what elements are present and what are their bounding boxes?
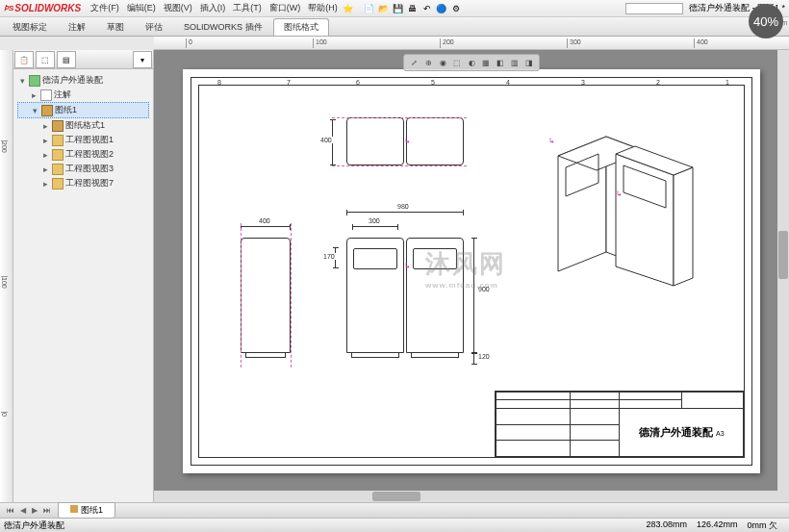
- sheet-tabs-bar: ⏮ ◀ ▶ ⏭ 图纸1: [0, 502, 789, 518]
- ruler-tick: 0: [186, 38, 192, 48]
- svg-marker-4: [616, 154, 674, 286]
- tree-format[interactable]: 图纸格式1: [65, 119, 105, 132]
- perspective-icon[interactable]: ◧: [494, 56, 507, 69]
- tab-sketch[interactable]: 草图: [96, 18, 135, 36]
- menu-tools[interactable]: 工具(T): [229, 2, 266, 14]
- status-coord-x: 283.08mm: [646, 519, 687, 532]
- side-view: [241, 238, 291, 353]
- vertical-ruler: 0 100 200: [0, 50, 13, 502]
- horizontal-scrollbar[interactable]: [154, 491, 777, 502]
- options-icon[interactable]: ⚙: [449, 2, 463, 15]
- tree-view3[interactable]: 工程图视图3: [65, 163, 114, 175]
- tree-sheet[interactable]: 图纸1: [55, 104, 77, 116]
- next-sheet-icon[interactable]: ▶: [29, 506, 40, 515]
- dropdown-icon[interactable]: ⭐: [342, 2, 355, 15]
- quick-access-toolbar: 📄 📂 💾 🖶 ↶ 🔵 ⚙: [363, 2, 463, 15]
- vertical-scrollbar[interactable]: [777, 50, 789, 502]
- property-tab[interactable]: ⬚: [36, 51, 55, 68]
- rebuild-icon[interactable]: 🔵: [435, 2, 448, 15]
- top-view-left: [346, 117, 404, 165]
- solidworks-logo: ϷSSOLIDWORKS: [4, 3, 81, 13]
- zone-label: 4: [506, 79, 510, 86]
- origin-marker: ↳: [404, 262, 411, 270]
- menu-view[interactable]: 视图(V): [160, 2, 196, 14]
- sheet-nav-arrows: ⏮ ◀ ▶ ⏭: [4, 506, 54, 515]
- ruler-tick: 400: [694, 38, 708, 48]
- zoom-fit-icon[interactable]: ⤢: [407, 56, 420, 69]
- zone-label: 7: [287, 79, 291, 86]
- status-coord-z: 0mm 欠: [748, 519, 778, 532]
- projection-line: [332, 165, 467, 166]
- scene-icon[interactable]: ▥: [508, 56, 522, 69]
- tree-view7[interactable]: 工程图视图7: [65, 177, 114, 190]
- first-sheet-icon[interactable]: ⏮: [4, 506, 17, 515]
- new-icon[interactable]: 📄: [363, 2, 376, 15]
- tab-evaluate[interactable]: 评估: [135, 18, 173, 36]
- tree-view2[interactable]: 工程图视图2: [65, 148, 114, 161]
- feature-tree-tab[interactable]: 📋: [14, 51, 34, 68]
- origin-marker: ↳: [404, 137, 411, 145]
- open-icon[interactable]: 📂: [377, 2, 391, 15]
- projection-line: [241, 223, 242, 367]
- top-view-right: [406, 117, 464, 165]
- tree-view1[interactable]: 工程图视图1: [65, 134, 114, 146]
- view-toolbar: ⤢ ⊕ ◉ ⬚ ◐ ▦ ◧ ▥ ◨: [403, 54, 540, 71]
- display-icon[interactable]: ◐: [465, 56, 478, 69]
- dim-170: 170: [335, 247, 336, 268]
- ruler-tick: 100: [313, 38, 327, 48]
- dim-400-side: 400: [241, 226, 291, 227]
- print-icon[interactable]: 🖶: [406, 2, 420, 15]
- hide-show-icon[interactable]: ▦: [479, 56, 493, 69]
- zoom-area-icon[interactable]: ⊕: [421, 56, 435, 69]
- feature-panel-tabs: 📋 ⬚ ▤ ▾: [13, 50, 153, 69]
- undo-icon[interactable]: ↶: [420, 2, 434, 15]
- dim-300: 300: [352, 226, 398, 227]
- isometric-view: [529, 108, 722, 291]
- ruler-tick: 200: [1, 140, 8, 153]
- save-icon[interactable]: 💾: [392, 2, 405, 15]
- zone-label: 8: [217, 79, 221, 86]
- feature-tree[interactable]: ▾德清户外通装配 ▸注解 ▾图纸1 ▸图纸格式1 ▸工程图视图1 ▸工程图视图2…: [13, 69, 153, 194]
- ruler-tick: 200: [440, 38, 454, 48]
- config-tab[interactable]: ▤: [57, 51, 76, 68]
- progress-badge: 40%: [749, 4, 783, 38]
- dim-400-top: 400: [332, 119, 333, 165]
- tab-sheetformat[interactable]: 图纸格式: [273, 18, 329, 36]
- menu-file[interactable]: 文件(F): [87, 2, 123, 14]
- section-icon[interactable]: ⬚: [450, 56, 464, 69]
- projection-line: [332, 117, 467, 118]
- tab-annotation[interactable]: 注解: [58, 18, 96, 36]
- search-input[interactable]: [625, 3, 683, 14]
- status-coord-y: 126.42mm: [697, 519, 738, 532]
- zone-label: 3: [581, 79, 585, 86]
- menu-window[interactable]: 窗口(W): [266, 2, 305, 14]
- menu-bar: ϷSSOLIDWORKS 文件(F) 编辑(E) 视图(V) 插入(I) 工具(…: [0, 0, 789, 17]
- tab-addins[interactable]: SOLIDWORKS 插件: [173, 18, 273, 36]
- status-doc-name: 德清户外通装配: [4, 519, 64, 532]
- menu-help[interactable]: 帮助(H): [304, 2, 342, 14]
- view-setting-icon[interactable]: ◨: [522, 56, 536, 69]
- tree-annotation[interactable]: 注解: [54, 89, 71, 101]
- ruler-tick: 0: [1, 412, 8, 417]
- projection-line: [291, 223, 292, 367]
- origin-marker: ↳: [616, 190, 623, 198]
- sheet-tab[interactable]: 图纸1: [58, 502, 115, 519]
- last-sheet-icon[interactable]: ⏭: [40, 506, 54, 515]
- ruler-tick: 100: [1, 276, 8, 289]
- drawing-title: 德清户外通装配: [639, 426, 713, 438]
- drawing-canvas[interactable]: ⤢ ⊕ ◉ ⬚ ◐ ▦ ◧ ▥ ◨ 8 7 6 5 4 3 2 1 400: [154, 50, 789, 502]
- horizontal-ruler: 0 100 200 300 400: [154, 37, 789, 50]
- tab-viewlayout[interactable]: 视图标定: [2, 18, 58, 36]
- status-bar: 德清户外通装配 283.08mm 126.42mm 0mm 欠: [0, 518, 789, 532]
- menu-insert[interactable]: 插入(I): [196, 2, 230, 14]
- tree-root[interactable]: 德清户外通装配: [42, 74, 103, 87]
- prev-view-icon[interactable]: ◉: [436, 56, 449, 69]
- zone-label: 2: [656, 79, 660, 86]
- command-ribbon: 视图标定 注解 草图 评估 SOLIDWORKS 插件 图纸格式: [0, 17, 789, 37]
- dim-120: 120: [473, 353, 474, 365]
- ruler-tick: 300: [567, 38, 581, 48]
- prev-sheet-icon[interactable]: ◀: [17, 506, 29, 515]
- menu-edit[interactable]: 编辑(E): [123, 2, 160, 14]
- panel-dropdown[interactable]: ▾: [133, 51, 152, 68]
- drawing-sheet[interactable]: 8 7 6 5 4 3 2 1 400 ↳ ↳ 400: [183, 69, 760, 473]
